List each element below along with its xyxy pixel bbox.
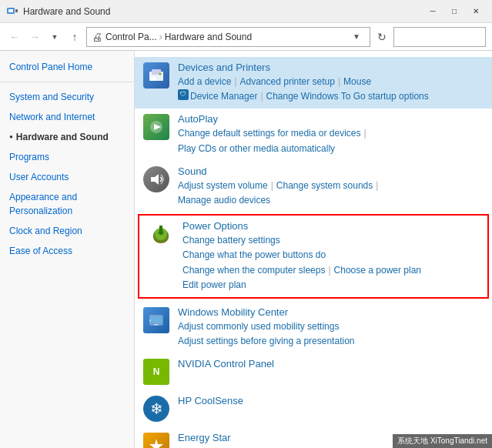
power-icon	[147, 220, 175, 248]
hp-title[interactable]: HP CoolSense	[178, 395, 484, 406]
maximize-button[interactable]: □	[444, 5, 464, 18]
power-links-row3: Change when the computer sleeps | Choose…	[182, 263, 480, 278]
back-button[interactable]: ←	[6, 28, 23, 45]
section-nvidia: N NVIDIA Control Panel	[135, 353, 492, 390]
svg-point-6	[159, 73, 162, 75]
autoplay-content: AutoPlay Change default settings for med…	[178, 113, 484, 155]
manage-audio-link[interactable]: Manage audio devices	[178, 193, 270, 208]
devices-printers-title[interactable]: Devices and Printers	[178, 62, 484, 73]
svg-rect-5	[151, 77, 156, 81]
svg-rect-1	[8, 9, 13, 12]
section-power-options: Power Options Change battery settings Ch…	[139, 216, 487, 297]
power-links-row1: Change battery settings	[182, 233, 480, 248]
section-autoplay: AutoPlay Change default settings for med…	[135, 109, 492, 160]
mobility-presentation-link[interactable]: Adjust settings before giving a presenta…	[178, 334, 354, 349]
edit-power-plan-link[interactable]: Edit power plan	[182, 278, 246, 293]
svg-rect-16	[151, 316, 162, 323]
power-buttons-link[interactable]: Change what the power buttons do	[182, 248, 326, 262]
power-options-title[interactable]: Power Options	[182, 220, 480, 232]
nvidia-icon: N	[142, 358, 170, 386]
mobility-content: Windows Mobility Center Adjust commonly …	[178, 306, 484, 349]
devices-printers-content: Devices and Printers Add a device | Adva…	[178, 62, 484, 104]
sidebar-item-system-security[interactable]: System and Security	[0, 87, 134, 107]
sidebar-item-network-internet[interactable]: Network and Internet	[0, 107, 134, 127]
devices-printers-icon	[142, 62, 170, 89]
breadcrumb-separator: ›	[159, 32, 162, 42]
close-button[interactable]: ✕	[466, 5, 486, 18]
autoplay-links-row2: Play CDs or other media automatically	[178, 142, 484, 156]
sound-icon	[142, 165, 170, 193]
search-box[interactable]: 🔍	[393, 27, 486, 47]
device-manager-link[interactable]: Device Manager	[190, 89, 257, 104]
sidebar-item-control-panel-home[interactable]: Control Panel Home	[0, 57, 134, 77]
svg-rect-2	[15, 9, 18, 12]
sound-links-row1: Adjust system volume | Change system sou…	[178, 179, 484, 193]
sidebar-item-clock-region[interactable]: Clock and Region	[0, 221, 134, 241]
autoplay-title[interactable]: AutoPlay	[178, 113, 484, 125]
mobility-title[interactable]: Windows Mobility Center	[178, 306, 484, 318]
watermark: 系统天地 XiTongTiandi.net	[393, 434, 492, 448]
breadcrumb-part1[interactable]: Control Pa...	[105, 32, 157, 42]
power-links-row4: Edit power plan	[182, 278, 480, 293]
sidebar-item-user-accounts[interactable]: User Accounts	[0, 167, 134, 187]
up-button[interactable]: ↑	[66, 28, 83, 45]
content-area: Devices and Printers Add a device | Adva…	[135, 51, 492, 448]
adjust-volume-link[interactable]: Adjust system volume	[178, 179, 268, 193]
devices-printers-links-row1: Add a device | Advanced printer setup | …	[178, 75, 484, 89]
sidebar-divider-1	[0, 82, 134, 82]
change-sounds-link[interactable]: Change system sounds	[276, 179, 373, 193]
add-device-link[interactable]: Add a device	[178, 75, 231, 89]
sound-title[interactable]: Sound	[178, 165, 484, 177]
minimize-button[interactable]: ─	[423, 5, 443, 18]
nvidia-content: NVIDIA Control Panel	[178, 358, 484, 371]
autoplay-links-row1: Change default settings for media or dev…	[178, 126, 484, 141]
windows-to-go-link[interactable]: Change Windows To Go startup options	[266, 89, 429, 104]
sidebar: Control Panel Home System and Security N…	[0, 51, 135, 448]
choose-power-plan-link[interactable]: Choose a power plan	[334, 263, 421, 278]
autoplay-default-link[interactable]: Change default settings for media or dev…	[178, 126, 360, 141]
power-options-content: Power Options Change battery settings Ch…	[182, 220, 480, 293]
shield-icon: 🛡	[178, 89, 189, 100]
watermark-label: 系统天地	[397, 436, 428, 445]
section-devices-printers: Devices and Printers Add a device | Adva…	[135, 57, 492, 109]
recent-button[interactable]: ▼	[46, 28, 63, 45]
svg-marker-9	[151, 174, 159, 185]
sound-links-row2: Manage audio devices	[178, 193, 484, 208]
sidebar-item-programs[interactable]: Programs	[0, 147, 134, 167]
address-dropdown-icon[interactable]: ▼	[353, 32, 365, 41]
energy-icon	[142, 432, 170, 448]
title-bar: Hardware and Sound ─ □ ✕	[0, 0, 492, 23]
svg-rect-17	[154, 324, 159, 326]
section-hp-coolsense: ❄ HP CoolSense	[135, 390, 492, 427]
svg-rect-18	[149, 319, 151, 322]
hp-icon: ❄	[142, 395, 170, 423]
autoplay-play-link[interactable]: Play CDs or other media automatically	[178, 142, 335, 156]
app-icon	[6, 5, 18, 18]
section-sound: Sound Adjust system volume | Change syst…	[135, 161, 492, 212]
sound-content: Sound Adjust system volume | Change syst…	[178, 165, 484, 208]
nvidia-title[interactable]: NVIDIA Control Panel	[178, 358, 484, 369]
address-bar: ← → ▼ ↑ 🖨 Control Pa... › Hardware and S…	[0, 23, 492, 51]
svg-marker-19	[149, 439, 163, 448]
mouse-link[interactable]: Mouse	[343, 75, 371, 89]
window-title: Hardware and Sound	[23, 6, 110, 17]
refresh-button[interactable]: ↻	[373, 28, 390, 45]
svg-rect-14	[159, 226, 162, 235]
mobility-links-row1: Adjust commonly used mobility settings	[178, 319, 484, 334]
path-icon: 🖨	[92, 31, 102, 43]
watermark-site: XiTongTiandi.net	[430, 436, 487, 445]
address-path[interactable]: 🖨 Control Pa... › Hardware and Sound ▼	[86, 27, 370, 47]
search-input[interactable]	[399, 32, 492, 42]
sidebar-item-hardware-sound[interactable]: Hardware and Sound	[0, 127, 134, 147]
forward-button[interactable]: →	[26, 28, 43, 45]
sidebar-item-ease-of-access[interactable]: Ease of Access	[0, 241, 134, 261]
title-bar-left: Hardware and Sound	[6, 5, 110, 18]
hp-content: HP CoolSense	[178, 395, 484, 408]
change-battery-link[interactable]: Change battery settings	[182, 233, 280, 248]
sidebar-item-appearance[interactable]: Appearance and Personalization	[0, 187, 134, 221]
mobility-settings-link[interactable]: Adjust commonly used mobility settings	[178, 319, 339, 334]
main-layout: Control Panel Home System and Security N…	[0, 51, 492, 448]
advanced-printer-link[interactable]: Advanced printer setup	[240, 75, 335, 89]
computer-sleeps-link[interactable]: Change when the computer sleeps	[182, 263, 325, 278]
section-windows-mobility: Windows Mobility Center Adjust commonly …	[135, 302, 492, 353]
